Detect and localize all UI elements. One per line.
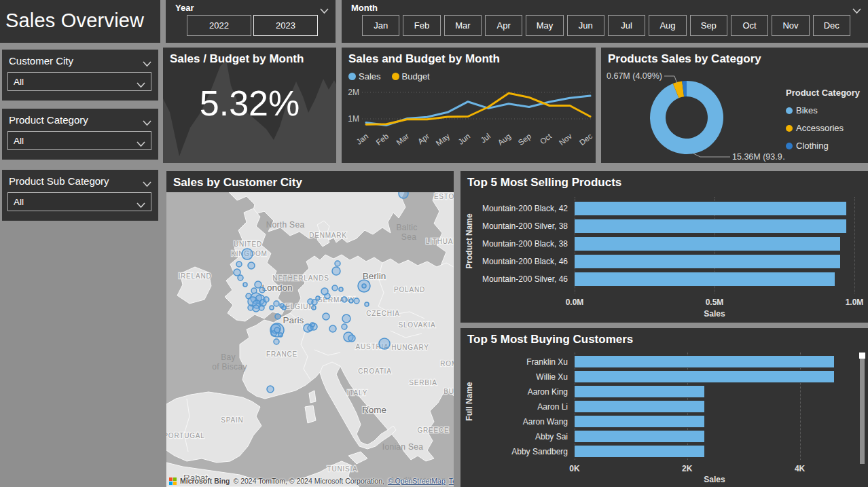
bar-row: Abby Sai — [467, 431, 854, 442]
map-bubble[interactable] — [342, 314, 350, 323]
map-label-baltic: Baltic — [396, 223, 417, 232]
bar-mountain-200-black-38[interactable] — [575, 237, 840, 251]
month-button-aug[interactable]: Aug — [649, 15, 686, 36]
map-bubble[interactable] — [379, 338, 390, 349]
map-bubble[interactable] — [349, 299, 353, 303]
map-bubble[interactable] — [270, 306, 274, 310]
map-bubble[interactable] — [399, 192, 408, 198]
month-button-jan[interactable]: Jan — [362, 15, 399, 36]
chevron-down-icon — [137, 138, 145, 144]
kpi-card: Sales / Budget by Month 5.32% — [163, 48, 336, 163]
map-bubble[interactable] — [365, 302, 369, 306]
map-bubble[interactable] — [248, 262, 255, 269]
product-sub-category-dropdown[interactable]: All — [7, 192, 151, 211]
month-button-feb[interactable]: Feb — [403, 15, 440, 36]
top-customers-chart-card: Top 5 Most Buying Customers Full Name Fr… — [460, 328, 868, 487]
map-bubble[interactable] — [362, 284, 366, 288]
month-button-may[interactable]: May — [526, 15, 563, 36]
bar-willie-xu[interactable] — [575, 371, 834, 382]
chevron-down-icon[interactable] — [852, 5, 861, 11]
bar-aaron-king[interactable] — [575, 386, 704, 397]
x-tick-label-jan: Jan — [355, 132, 369, 146]
map-bubble[interactable] — [274, 339, 279, 344]
map-bubble[interactable] — [278, 333, 283, 337]
map-bubble[interactable] — [236, 261, 242, 267]
donut-legend-title: Product Category — [786, 88, 866, 98]
bar-track — [575, 356, 854, 367]
vertical-scrollbar[interactable] — [860, 353, 865, 464]
products-bars: Mountain-200 Black, 42Mountain-200 Silve… — [467, 202, 854, 286]
month-button-oct[interactable]: Oct — [731, 15, 768, 36]
map-bubble[interactable] — [259, 305, 264, 310]
bar-aaron-wang[interactable] — [575, 416, 704, 427]
bar-abby-sandberg[interactable] — [575, 446, 704, 457]
bar-abby-sai[interactable] — [575, 431, 704, 442]
map-label-czechia: CZECHIA — [366, 310, 400, 317]
terms-link[interactable]: Terms — [449, 477, 454, 485]
month-button-apr[interactable]: Apr — [485, 15, 522, 36]
map-bubble[interactable] — [238, 275, 243, 281]
customers-bars: Franklin XuWillie XuAaron KingAaron LiAa… — [467, 356, 854, 457]
month-button-mar[interactable]: Mar — [444, 15, 482, 36]
chevron-down-icon[interactable] — [143, 178, 151, 184]
legend-item-bikes[interactable]: Bikes — [786, 105, 866, 115]
legend-item-clothing[interactable]: Clothing — [786, 141, 866, 151]
map-bubble[interactable] — [274, 301, 279, 306]
x-tick-label-feb: Feb — [374, 132, 390, 147]
map-bubble[interactable] — [275, 314, 281, 319]
bar-track — [575, 237, 854, 251]
month-button-dec[interactable]: Dec — [813, 15, 850, 36]
map-bubble[interactable] — [342, 297, 347, 302]
scrollbar-thumb[interactable] — [859, 353, 865, 359]
map-bubble[interactable] — [332, 267, 340, 275]
year-button-2023[interactable]: 2023 — [253, 15, 318, 36]
map-bubble[interactable] — [243, 283, 247, 287]
map-bubble[interactable] — [310, 323, 314, 327]
customer-city-dropdown[interactable]: All — [7, 72, 151, 91]
map-bubble[interactable] — [335, 261, 340, 266]
map-bubble[interactable] — [242, 249, 253, 259]
dashboard-canvas: Sales Overview Year 20222023 Month JanFe… — [0, 0, 868, 487]
openstreetmap-link[interactable]: © OpenStreetMap — [388, 477, 446, 485]
map-bubble[interactable] — [312, 306, 316, 310]
map-bubble[interactable] — [354, 298, 359, 304]
bar-mountain-200-black-46[interactable] — [575, 255, 840, 268]
legend-item-accessories[interactable]: Accessories — [786, 123, 866, 133]
x-tick-label: 0.5M — [706, 297, 724, 307]
year-button-2022[interactable]: 2022 — [187, 15, 251, 36]
map-bubble[interactable] — [259, 287, 265, 293]
map-label-italy: ITALY — [347, 389, 367, 397]
bar-mountain-200-black-42[interactable] — [575, 202, 846, 215]
chevron-down-icon[interactable] — [320, 5, 329, 11]
month-button-jul[interactable]: Jul — [608, 15, 645, 36]
line-series-budget[interactable] — [366, 93, 590, 124]
map-bubble[interactable] — [267, 386, 274, 393]
bar-aaron-li[interactable] — [575, 401, 704, 412]
map-bubble[interactable] — [282, 306, 286, 310]
map-bubble[interactable] — [348, 335, 355, 342]
map-bubble[interactable] — [312, 300, 317, 305]
map-bubble[interactable] — [329, 325, 336, 332]
map-bubble[interactable] — [264, 297, 269, 302]
map-bubble[interactable] — [323, 313, 329, 320]
map-bubble[interactable] — [339, 287, 343, 291]
bar-track — [575, 371, 854, 382]
map-bubble[interactable] — [342, 324, 347, 329]
map-bubble[interactable] — [274, 327, 280, 333]
x-tick-label-oct: Oct — [539, 132, 554, 146]
map-bubble[interactable] — [316, 296, 320, 300]
month-button-sep[interactable]: Sep — [690, 15, 727, 36]
bar-mountain-200-silver-38[interactable] — [575, 219, 846, 233]
bar-mountain-200-silver-46[interactable] — [575, 272, 835, 286]
map-bubble[interactable] — [321, 288, 328, 295]
x-tick-label-sep: Sep — [517, 132, 533, 147]
chevron-down-icon[interactable] — [143, 117, 151, 123]
month-button-jun[interactable]: Jun — [567, 15, 604, 36]
map-bubble[interactable] — [255, 281, 261, 288]
bar-franklin-xu[interactable] — [575, 356, 834, 367]
product-category-dropdown[interactable]: All — [7, 131, 151, 150]
legend-dot-icon — [348, 73, 356, 80]
map-bubble[interactable] — [332, 285, 338, 291]
month-button-nov[interactable]: Nov — [772, 15, 809, 36]
chevron-down-icon[interactable] — [143, 58, 151, 64]
